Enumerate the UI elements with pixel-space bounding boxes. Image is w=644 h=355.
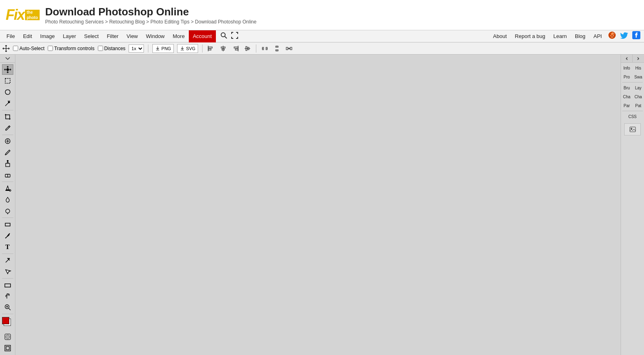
svg-rect-58 xyxy=(5,223,10,226)
export-png-label: PNG xyxy=(161,46,171,51)
nav-select[interactable]: Select xyxy=(80,30,103,42)
twitter-icon[interactable] xyxy=(619,31,629,41)
nav-learn[interactable]: Learn xyxy=(550,32,570,41)
panel-row-6: CSS xyxy=(621,112,644,121)
svg-rect-12 xyxy=(208,49,211,50)
panel-tab-layers[interactable]: Lay xyxy=(633,83,644,92)
export-svg-button[interactable]: SVG xyxy=(177,44,198,53)
panel-tab-channels[interactable]: Cha xyxy=(621,92,633,101)
tool-dodge[interactable] xyxy=(2,206,13,216)
panel-tab-brushes[interactable]: Bru xyxy=(621,83,633,92)
color-swatch[interactable] xyxy=(2,317,13,328)
tool-screen-mode[interactable] xyxy=(2,343,13,353)
tool-pen[interactable] xyxy=(2,230,13,241)
tool-blur[interactable] xyxy=(2,194,13,205)
export-png-button[interactable]: PNG xyxy=(152,44,174,53)
align-right-button[interactable] xyxy=(231,44,240,53)
svg-rect-38 xyxy=(7,69,8,70)
nav-view[interactable]: View xyxy=(122,30,142,42)
nav-file[interactable]: File xyxy=(2,30,19,42)
auto-select-checkbox[interactable] xyxy=(13,46,18,51)
fullscreen-button[interactable] xyxy=(229,32,240,41)
toolbox-divider-6 xyxy=(2,278,13,279)
logo-the: the xyxy=(25,10,40,15)
tool-path-select[interactable] xyxy=(2,255,13,266)
svg-rect-32 xyxy=(290,47,292,50)
transform-controls-label[interactable]: Transform controls xyxy=(48,46,95,51)
distribute-spacing-button[interactable] xyxy=(285,44,293,53)
facebook-icon[interactable] xyxy=(631,31,642,41)
align-left-button[interactable] xyxy=(207,44,215,53)
align-center-v-button[interactable] xyxy=(243,44,252,53)
tool-marquee[interactable] xyxy=(2,76,13,86)
nav-window[interactable]: Window xyxy=(142,30,169,42)
tool-zoom[interactable] xyxy=(2,302,13,313)
panel-tab-history[interactable]: His xyxy=(633,63,644,72)
nav-api[interactable]: API xyxy=(590,32,605,41)
panel-image-btn[interactable] xyxy=(624,123,641,135)
panel-tab-patterns[interactable]: Pat xyxy=(633,101,644,110)
tool-hand[interactable] xyxy=(2,291,13,302)
toolbox-divider-5 xyxy=(2,254,13,254)
svg-rect-68 xyxy=(6,347,9,350)
tool-eyedropper[interactable] xyxy=(2,123,13,133)
right-panel-expand-btn[interactable] xyxy=(633,55,644,63)
auto-select-label[interactable]: Auto-Select xyxy=(13,46,44,51)
panel-row-5: Par Pat xyxy=(621,101,644,110)
panel-tab-css[interactable]: CSS xyxy=(621,112,644,121)
nav-edit[interactable]: Edit xyxy=(19,30,36,42)
right-panel-collapse-btn[interactable] xyxy=(621,55,633,63)
tool-paint-bucket[interactable] xyxy=(2,183,13,194)
align-center-h-button[interactable] xyxy=(219,44,228,53)
distribute-h-button[interactable] xyxy=(260,44,269,53)
tool-magic-wand[interactable] xyxy=(2,98,13,109)
svg-rect-69 xyxy=(630,127,636,132)
panel-tab-properties[interactable]: Pro xyxy=(621,72,633,81)
panel-tab-paragraphs[interactable]: Par xyxy=(621,101,633,110)
nav-filter[interactable]: Filter xyxy=(103,30,122,42)
nav-more[interactable]: More xyxy=(169,30,189,42)
nav-report-bug[interactable]: Report a bug xyxy=(512,32,549,41)
panel-tab-channels2[interactable]: Cha xyxy=(633,92,644,101)
tool-eraser[interactable] xyxy=(2,170,13,180)
header-text: Download Photoshop Online Photo Retouchi… xyxy=(45,6,257,25)
svg-point-55 xyxy=(9,190,11,191)
tool-rect-shape[interactable] xyxy=(2,219,13,230)
toolbox-divider-7 xyxy=(2,314,13,314)
tool-direct-select[interactable] xyxy=(2,266,13,277)
current-tool-icon xyxy=(2,45,10,52)
nav-account[interactable]: Account xyxy=(189,30,216,42)
right-panels-arrows xyxy=(621,55,644,63)
tool-brush[interactable] xyxy=(2,147,13,158)
tool-text[interactable]: T xyxy=(2,242,13,252)
zoom-select[interactable]: 1x 2x 3x 4x xyxy=(129,44,144,53)
panel-tab-swatches[interactable]: Swa xyxy=(633,72,644,81)
nav-layer[interactable]: Layer xyxy=(59,30,80,42)
tool-quick-mask[interactable] xyxy=(2,332,13,342)
distances-label[interactable]: Distances xyxy=(98,46,126,51)
logo: Fix the photo xyxy=(5,6,40,24)
tool-stamp[interactable] xyxy=(2,158,13,169)
svg-point-45 xyxy=(8,101,9,103)
nav-blog[interactable]: Blog xyxy=(572,32,589,41)
distances-checkbox[interactable] xyxy=(98,46,103,51)
svg-point-0 xyxy=(221,33,225,37)
tool-move[interactable] xyxy=(2,64,13,75)
nav-image[interactable]: Image xyxy=(36,30,59,42)
nav-about[interactable]: About xyxy=(490,32,510,41)
toolbar-separator-2 xyxy=(202,44,203,53)
transform-controls-checkbox[interactable] xyxy=(48,46,53,51)
tool-rect-select2[interactable] xyxy=(2,280,13,290)
svg-line-46 xyxy=(8,127,9,127)
export-svg-label: SVG xyxy=(186,46,195,51)
distribute-v-button[interactable] xyxy=(272,44,281,53)
main-area: T xyxy=(0,55,644,355)
canvas-area[interactable] xyxy=(15,63,621,355)
tool-lasso[interactable] xyxy=(2,87,13,97)
toolbox: T xyxy=(0,63,15,355)
panel-tab-info[interactable]: Info xyxy=(621,63,633,72)
search-button[interactable] xyxy=(218,32,229,41)
tool-crop[interactable] xyxy=(2,112,13,122)
tool-heal[interactable] xyxy=(2,136,13,147)
reddit-icon[interactable] xyxy=(607,31,617,41)
